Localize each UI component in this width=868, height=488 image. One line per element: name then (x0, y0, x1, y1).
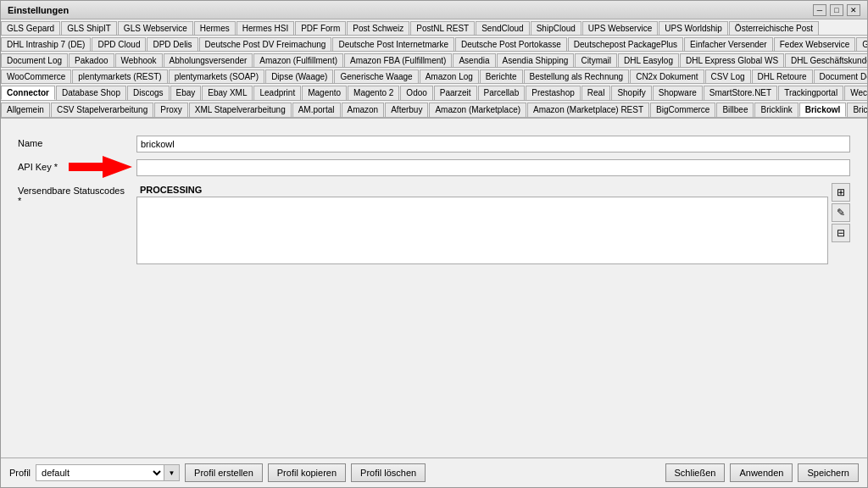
tab-abholungsversender[interactable]: Abholungsversender (164, 53, 253, 67)
tab-amazon-marketplace[interactable]: Amazon (Marketplace) (429, 103, 526, 117)
tab-osterreichische-post[interactable]: Österreichische Post (729, 21, 819, 35)
tab-leadprint[interactable]: Leadprint (253, 86, 301, 100)
bottom-bar-left: Profil default ▼ Profil erstellen Profil… (9, 463, 659, 482)
tab-amazon-tab[interactable]: Amazon (342, 103, 385, 117)
tab-dhl-easylog[interactable]: DHL Easylog (618, 53, 679, 67)
tab-document-log[interactable]: Document Log (1, 53, 68, 67)
tab-magento[interactable]: Magento (302, 86, 347, 100)
tab-deutsche-post-dv[interactable]: Deutsche Post DV Freimachung (199, 37, 332, 51)
tab-ebay[interactable]: Ebay (170, 86, 202, 100)
tab-ups-webservice[interactable]: UPS Webservice (582, 21, 658, 35)
tab-dhl-retoure[interactable]: DHL Retoure (752, 69, 813, 83)
tab-pakadoo[interactable]: Pakadoo (69, 53, 114, 67)
tab-post-schweiz[interactable]: Post Schweiz (347, 21, 409, 35)
tab-csv-log[interactable]: CSV Log (705, 69, 751, 83)
tab-magento2[interactable]: Magento 2 (348, 86, 399, 100)
profile-dropdown-icon[interactable]: ▼ (164, 465, 179, 480)
tab-cn2x-dokument[interactable]: CN2x Dokument (630, 69, 704, 83)
tab-hermes[interactable]: Hermes (194, 21, 236, 35)
tab-parcellab[interactable]: Parcellab (478, 86, 526, 100)
tab-afterbuy[interactable]: Afterbuy (385, 103, 428, 117)
tab-citymail[interactable]: Citymail (575, 53, 617, 67)
anwenden-button[interactable]: Anwenden (730, 463, 793, 482)
tab-webhook[interactable]: Webhook (115, 53, 163, 67)
close-button[interactable]: ✕ (847, 4, 860, 16)
tab-gel-express[interactable]: GEL Express (856, 37, 867, 51)
tab-discogs[interactable]: Discogs (127, 86, 170, 100)
tab-weclapp[interactable]: Weclapp (844, 86, 867, 100)
tab-plentymarkets-rest[interactable]: plentymarkets (REST) (72, 69, 167, 83)
tab-odoo[interactable]: Odoo (400, 86, 432, 100)
tab-brickowl[interactable]: Brickowl (799, 103, 847, 117)
tab-gls-shipit[interactable]: GLS ShipIT (61, 21, 117, 35)
tab-dhl-intraship[interactable]: DHL Intraship 7 (DE) (1, 37, 91, 51)
tab-am-portal[interactable]: AM.portal (292, 103, 341, 117)
tab-real[interactable]: Real (581, 86, 611, 100)
profile-select-wrapper[interactable]: default ▼ (36, 464, 180, 481)
tab-xml-stapelverarbeitung[interactable]: XML Stapelverarbeitung (189, 103, 292, 117)
add-button[interactable]: ⊞ (832, 183, 850, 202)
tab-bestellung-als-rechnung[interactable]: Bestellung als Rechnung (524, 69, 630, 83)
tab-generische-waage[interactable]: Generische Waage (334, 69, 418, 83)
tab-amazon-log[interactable]: Amazon Log (420, 69, 479, 83)
tab-connector[interactable]: Connector (1, 86, 55, 100)
tab-gls-gepard[interactable]: GLS Gepard (1, 21, 60, 35)
profil-kopieren-button[interactable]: Profil kopieren (268, 463, 346, 482)
tab-amazon-fulfillment[interactable]: Amazon (Fulfillment) (253, 53, 343, 67)
tab-gls-webservice[interactable]: GLS Webservice (118, 21, 193, 35)
tab-prestashop[interactable]: Prestashop (526, 86, 581, 100)
tab-bigcommerce[interactable]: BigCommerce (650, 103, 715, 117)
tab-dpd-delis[interactable]: DPD Delis (147, 37, 198, 51)
tab-trackingportal[interactable]: Trackingportal (778, 86, 843, 100)
statuscodes-textarea[interactable] (136, 197, 828, 264)
edit-button[interactable]: ✎ (832, 203, 850, 222)
speichern-button[interactable]: Speichern (798, 463, 859, 482)
tab-billbee[interactable]: Billbee (716, 103, 754, 117)
tab-sendcloud[interactable]: SendCloud (476, 21, 529, 35)
tab-deutsche-post-portokasse[interactable]: Deutsche Post Portokasse (455, 37, 567, 51)
tab-einfacher-versender[interactable]: Einfacher Versender (684, 37, 773, 51)
maximize-button[interactable]: □ (830, 4, 843, 16)
profil-loschen-button[interactable]: Profil löschen (351, 463, 426, 482)
tab-dipse-waage[interactable]: Dipse (Waage) (265, 69, 333, 83)
tab-plentymarkets-soap[interactable]: plentymarkets (SOAP) (169, 69, 264, 83)
tab-pdf-form[interactable]: PDF Form (295, 21, 346, 35)
tab-allgemein[interactable]: Allgemein (1, 103, 50, 117)
profil-erstellen-button[interactable]: Profil erstellen (185, 463, 263, 482)
tab-hermes-hsi[interactable]: Hermes HSI (236, 21, 294, 35)
tab-postnl-rest[interactable]: PostNL REST (410, 21, 475, 35)
schliessen-button[interactable]: Schließen (665, 463, 726, 482)
tab-woocommerce[interactable]: WooCommerce (1, 69, 71, 83)
tab-smartstore-net[interactable]: SmartStore.NET (704, 86, 777, 100)
tab-shopify[interactable]: Shopify (611, 86, 651, 100)
tab-proxy[interactable]: Proxy (154, 103, 188, 117)
tab-asendia-shipping[interactable]: Asendia Shipping (497, 53, 575, 67)
tab-amazon-fba[interactable]: Amazon FBA (Fulfillment) (344, 53, 452, 67)
tab-document-downloader[interactable]: Document Downloader (814, 69, 867, 83)
tab-dhl-geschaeftskunden[interactable]: DHL Geschäftskundenversand (785, 53, 867, 67)
tab-amazon-marketplace-rest[interactable]: Amazon (Marketplace) REST (527, 103, 649, 117)
name-input[interactable] (136, 136, 850, 152)
tab-dhl-express-global-ws[interactable]: DHL Express Global WS (680, 53, 784, 67)
tab-brickscout[interactable]: Brickscout (847, 103, 867, 117)
tab-csv-stapelverarbeitung[interactable]: CSV Stapelverarbeitung (51, 103, 153, 117)
tab-berichte[interactable]: Berichte (480, 69, 523, 83)
title-bar: Einstellungen ─ □ ✕ (1, 1, 867, 19)
api-key-input[interactable] (136, 159, 850, 176)
tab-database-shop[interactable]: Database Shop (56, 86, 126, 100)
delete-button[interactable]: ⊟ (832, 224, 850, 242)
tab-dpd-cloud[interactable]: DPD Cloud (92, 37, 146, 51)
tab-deutsche-post-internet[interactable]: Deutsche Post Internetmarke (332, 37, 454, 51)
minimize-button[interactable]: ─ (813, 4, 826, 16)
tab-deutschepost-packageplus[interactable]: Deutschepost PackagePlus (568, 37, 683, 51)
tab-shopware[interactable]: Shopware (653, 86, 703, 100)
tab-ebay-xml[interactable]: Ebay XML (202, 86, 253, 100)
tab-ups-worldship[interactable]: UPS Worldship (659, 21, 728, 35)
tab-row-row3: Document LogPakadooWebhookAbholungsverse… (1, 52, 867, 68)
tab-paarzeit[interactable]: Paarzeit (434, 86, 477, 100)
tab-bricklink[interactable]: Bricklink (754, 103, 798, 117)
tab-asendia[interactable]: Asendia (453, 53, 495, 67)
tab-fedex-webservice[interactable]: Fedex Webservice (774, 37, 856, 51)
tab-shipcloud[interactable]: ShipCloud (531, 21, 581, 35)
profile-select[interactable]: default (36, 465, 164, 480)
